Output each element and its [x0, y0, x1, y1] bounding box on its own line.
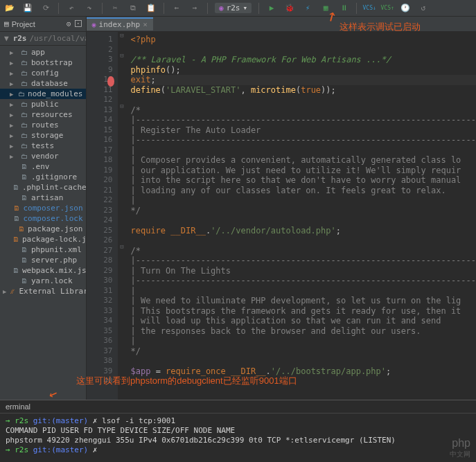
settings-icon[interactable]: 🞔 — [74, 19, 82, 28]
tree-item-server.php[interactable]: 🗎server.php — [0, 255, 86, 265]
file-icon: 🗎 — [19, 276, 28, 285]
tree-item-config[interactable]: ▶🗀config — [0, 68, 86, 78]
folder-icon: 🗀 — [18, 89, 25, 98]
close-icon[interactable]: × — [143, 20, 148, 29]
file-icon: 🗎 — [13, 204, 20, 213]
fwd-icon[interactable]: → — [189, 3, 200, 14]
folder-icon: 🗀 — [19, 48, 28, 57]
debug-icon[interactable]: 🐞 — [284, 3, 295, 14]
main-toolbar: 📂 💾 ⟳ ↶ ↷ ✂ ⧉ 📋 ← → ◉ r2s ▾ ▶ 🐞 ⚡ ▦ ⏸ VC… — [0, 0, 476, 17]
tree-item-node_modules[interactable]: ▶🗀node_modules — [0, 89, 86, 99]
breakpoint-marker[interactable] — [107, 76, 114, 87]
copy-icon[interactable]: ⧉ — [127, 3, 139, 14]
tree-item-yarn.lock[interactable]: 🗎yarn.lock — [0, 276, 86, 286]
tree-item-webpack.mix.js[interactable]: 🗎webpack.mix.js — [0, 265, 86, 276]
code-editor[interactable]: 1239101112131415161718192021222324252627… — [87, 32, 477, 405]
tree-item-resources[interactable]: ▶🗀resources — [0, 109, 86, 120]
terminal-tab[interactable]: erminal — [0, 400, 476, 414]
folder-icon: 🗀 — [19, 69, 28, 78]
undo-icon[interactable]: ↶ — [66, 3, 77, 14]
project-sidebar: ▤ Project ⊙ 🞔 ▼ r2s /usr/local/var/ww ▶🗀… — [0, 17, 87, 405]
back-icon[interactable]: ← — [171, 3, 182, 14]
file-icon: 🗎 — [13, 214, 20, 223]
tab-index-php[interactable]: ◉ index.php × — [87, 17, 153, 30]
run-icon[interactable]: ▶ — [266, 3, 277, 14]
terminal-body[interactable]: → r2s git:(master) ✗ lsof -i tcp:9001COM… — [0, 414, 476, 458]
tree-item-composer.json[interactable]: 🗎composer.json — [0, 203, 86, 213]
library-icon: ⫽ — [9, 287, 16, 296]
tree-item-storage[interactable]: ▶🗀storage — [0, 130, 86, 141]
project-icon: ▤ — [4, 19, 9, 28]
code-content[interactable]: <?php /** Laravel - A PHP Framework For … — [127, 32, 477, 405]
run-config-select[interactable]: ◉ r2s ▾ — [215, 3, 252, 13]
refresh-icon[interactable]: ⟳ — [40, 3, 51, 14]
redo-icon[interactable]: ↷ — [84, 3, 95, 14]
folder-icon: 🗀 — [19, 110, 28, 119]
tree-item-routes[interactable]: ▶🗀routes — [0, 120, 86, 130]
tree-item-phpunit.xml[interactable]: 🗎phpunit.xml — [0, 245, 86, 255]
tree-item-package.json[interactable]: 🗎package.json — [0, 224, 86, 234]
chevron-down-icon: ▼ — [4, 34, 9, 43]
vcs-history-icon[interactable]: 🕐 — [400, 3, 411, 14]
vcs-revert-icon[interactable]: ↺ — [418, 3, 429, 14]
sidebar-header: ▤ Project ⊙ 🞔 — [0, 17, 86, 32]
line-gutter[interactable]: 1239101112131415161718192021222324252627… — [87, 32, 117, 405]
vcs-update-icon[interactable]: VCS↓ — [364, 3, 375, 14]
debug-listen-icon[interactable]: ⚡ — [302, 3, 313, 14]
tree-item-vendor[interactable]: ▶🗀vendor — [0, 151, 86, 161]
tree-item-package-lock.json[interactable]: 🗎package-lock.json — [0, 234, 86, 245]
folder-icon: 🗀 — [19, 131, 28, 140]
tree-item-.env[interactable]: 🗎.env — [0, 161, 86, 172]
project-root[interactable]: ▼ r2s /usr/local/var/ww — [0, 32, 86, 46]
folder-icon: 🗀 — [19, 152, 28, 161]
terminal-line: → r2s git:(master) ✗ lsof -i tcp:9001 — [6, 416, 470, 426]
annotation-debug-port: 这里可以看到phpstorm的debugclient已经监听9001端口 — [76, 375, 297, 387]
fold-column[interactable]: ⊟⊟⊟⊟ — [117, 32, 127, 405]
folder-icon: 🗀 — [19, 100, 28, 109]
terminal-line: COMMAND PID USER FD TYPE DEVICE SIZE/OFF… — [6, 426, 470, 436]
folder-icon: 🗀 — [19, 141, 28, 150]
terminal-line: phpstorm 49220 zhenggui 355u IPv4 0x6701… — [6, 436, 470, 445]
tree-item-.gitignore[interactable]: 🗎.gitignore — [0, 172, 86, 182]
collapse-icon[interactable]: ⊙ — [67, 19, 71, 28]
file-icon: 🗎 — [19, 172, 28, 181]
file-icon: 🗎 — [19, 256, 28, 265]
file-icon: 🗎 — [19, 245, 28, 254]
php-file-icon: ◉ — [92, 21, 96, 28]
folder-icon: 🗀 — [19, 58, 28, 67]
vcs-commit-icon[interactable]: VCS↑ — [382, 3, 393, 14]
chevron-down-icon: ▾ — [243, 3, 248, 12]
tree-item-.phplint-cache[interactable]: 🗎.phplint-cache — [0, 182, 86, 193]
tree-item-composer.lock[interactable]: 🗎composer.lock — [0, 213, 86, 224]
editor-area: ◉ index.php × 12391011121314151617181920… — [87, 17, 477, 405]
file-icon: 🗎 — [12, 183, 19, 192]
tree-item-app[interactable]: ▶🗀app — [0, 47, 86, 57]
cut-icon[interactable]: ✂ — [109, 3, 121, 14]
project-tree[interactable]: ▶🗀app▶🗀bootstrap▶🗀config▶🗀database▶🗀node… — [0, 46, 86, 405]
tree-item-tests[interactable]: ▶🗀tests — [0, 141, 86, 151]
folder-icon: 🗀 — [19, 79, 28, 88]
file-icon: 🗎 — [19, 193, 28, 202]
watermark-cn: 中文网 — [450, 450, 470, 459]
terminal-line: → r2s git:(master) ✗ — [6, 445, 470, 455]
file-icon: 🗎 — [19, 162, 28, 171]
tree-item-public[interactable]: ▶🗀public — [0, 99, 86, 109]
file-icon: 🗎 — [18, 224, 25, 233]
stop-listen-icon[interactable]: ⏸ — [338, 3, 349, 14]
file-icon: 🗎 — [12, 266, 19, 275]
watermark: php — [452, 437, 470, 450]
annotation-debug-started: 这样表示调试已启动 — [340, 21, 421, 33]
tree-item-artisan[interactable]: 🗎artisan — [0, 193, 86, 203]
external-libraries[interactable]: ▶⫽External Libraries — [0, 286, 86, 296]
sidebar-title: Project — [12, 20, 35, 28]
paste-icon[interactable]: 📋 — [146, 3, 157, 14]
folder-icon: 🗀 — [19, 121, 28, 130]
open-icon[interactable]: 📂 — [4, 3, 15, 14]
terminal-panel: erminal → r2s git:(master) ✗ lsof -i tcp… — [0, 400, 476, 462]
save-icon[interactable]: 💾 — [22, 3, 33, 14]
php-icon: ◉ — [219, 3, 224, 12]
tree-item-bootstrap[interactable]: ▶🗀bootstrap — [0, 57, 86, 68]
file-icon: 🗎 — [12, 235, 19, 244]
tree-item-database[interactable]: ▶🗀database — [0, 78, 86, 89]
